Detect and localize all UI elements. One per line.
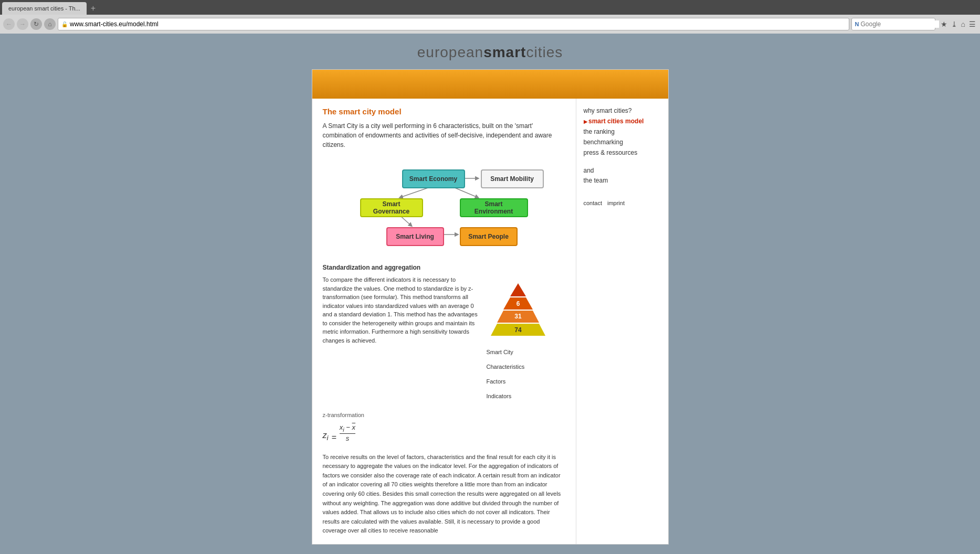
intro-text: A Smart City is a city well performing i…	[323, 121, 565, 150]
standardization-text: To compare the different indicators it i…	[323, 275, 478, 403]
sidebar-item-benchmarking[interactable]: benchmarking	[584, 138, 661, 146]
standardization-title: Standardization and aggregation	[323, 264, 565, 271]
sidebar-nav: why smart cities? smart cities model the…	[584, 107, 661, 156]
address-bar-wrap[interactable]: 🔓	[58, 18, 849, 30]
orange-header	[312, 70, 668, 99]
menu-icon[interactable]: ☰	[968, 19, 977, 29]
sidebar-item-model[interactable]: smart cities model	[584, 118, 661, 125]
sidebar-and: and	[584, 167, 661, 174]
svg-text:6: 6	[516, 300, 520, 307]
svg-line-3	[401, 216, 410, 226]
lock-icon: 🔓	[61, 22, 68, 27]
downloads-icon[interactable]: ⤓	[950, 19, 958, 29]
address-bar[interactable]	[70, 20, 846, 28]
formula-section: z-transformation zi = xi − x s	[323, 412, 565, 445]
formula-label: z-transformation	[323, 412, 565, 418]
node-mobility: Smart Mobility	[481, 169, 544, 188]
formula-display: zi = xi − x s	[323, 420, 565, 445]
page-wrap: europeansmartcities The smart city model…	[0, 34, 980, 554]
site-title-bold: smart	[483, 44, 526, 60]
back-button[interactable]: ←	[3, 18, 15, 30]
pyramid-label-indicators: Indicators	[487, 389, 525, 403]
sidebar-imprint-link[interactable]: imprint	[607, 200, 625, 206]
pyramid-label-smart-city: Smart City	[487, 345, 525, 359]
reload-button[interactable]: ↻	[30, 18, 42, 30]
content-area: The smart city model A Smart City is a c…	[312, 99, 668, 544]
home-icon[interactable]: ⌂	[960, 19, 966, 29]
site-title-normal: european	[417, 44, 483, 60]
node-people: Smart People	[460, 227, 518, 246]
pyramid-label-factors: Factors	[487, 374, 525, 389]
node-living: Smart Living	[386, 227, 444, 246]
site-header: europeansmartcities	[417, 44, 563, 61]
sidebar-item-why[interactable]: why smart cities?	[584, 107, 661, 114]
active-tab[interactable]: european smart cities - Th...	[2, 2, 87, 15]
node-governance: Smart Governance	[360, 198, 423, 217]
svg-line-2	[454, 187, 477, 197]
main-container: The smart city model A Smart City is a c…	[312, 69, 669, 545]
search-input[interactable]	[860, 20, 939, 28]
star-icon[interactable]: ★	[940, 19, 949, 29]
sidebar-footer: contact imprint	[584, 200, 661, 206]
node-economy: Smart Economy	[402, 169, 465, 188]
two-col-section: To compare the different indicators it i…	[323, 275, 565, 403]
home-button[interactable]: ⌂	[44, 18, 56, 30]
svg-line-1	[401, 187, 429, 197]
svg-marker-5	[510, 283, 526, 296]
pyramid-svg: 6 31 74	[487, 281, 550, 344]
forward-button[interactable]: →	[17, 18, 28, 30]
svg-text:74: 74	[514, 326, 522, 334]
sidebar: why smart cities? smart cities model the…	[576, 99, 668, 544]
pyramid-labels: Smart City Characteristics Factors Indic…	[487, 345, 525, 403]
sidebar-item-ranking[interactable]: the ranking	[584, 128, 661, 135]
pyramid-label-characteristics: Characteristics	[487, 359, 525, 374]
sidebar-item-team[interactable]: the team	[584, 177, 608, 184]
tab-label: european smart cities - Th...	[8, 5, 80, 12]
sidebar-item-press[interactable]: press & ressources	[584, 149, 661, 156]
site-title-end: cities	[526, 44, 563, 60]
search-wrap[interactable]: N	[851, 18, 935, 30]
sidebar-contact-link[interactable]: contact	[584, 200, 602, 206]
node-environment: Smart Environment	[460, 198, 528, 217]
diagram-inner: Smart Economy Smart Mobility Smart Gover…	[350, 159, 539, 253]
search-engine-icon: N	[855, 21, 859, 27]
diagram-container: Smart Economy Smart Mobility Smart Gover…	[323, 159, 565, 253]
tab-bar: european smart cities - Th... +	[0, 0, 980, 15]
body-text: To receive results on the level of facto…	[323, 453, 565, 536]
new-tab-button[interactable]: +	[87, 4, 100, 13]
browser-toolbar: ← → ↻ ⌂ 🔓 N ★ ⤓ ⌂ ☰	[0, 15, 980, 34]
page-title: The smart city model	[323, 107, 565, 116]
pyramid-col: 6 31 74 Smart City	[487, 275, 565, 403]
browser-chrome: european smart cities - Th... + ← → ↻ ⌂ …	[0, 0, 980, 34]
toolbar-icons: ★ ⤓ ⌂ ☰	[940, 19, 977, 29]
svg-text:31: 31	[514, 313, 522, 320]
main-content: The smart city model A Smart City is a c…	[312, 99, 576, 544]
